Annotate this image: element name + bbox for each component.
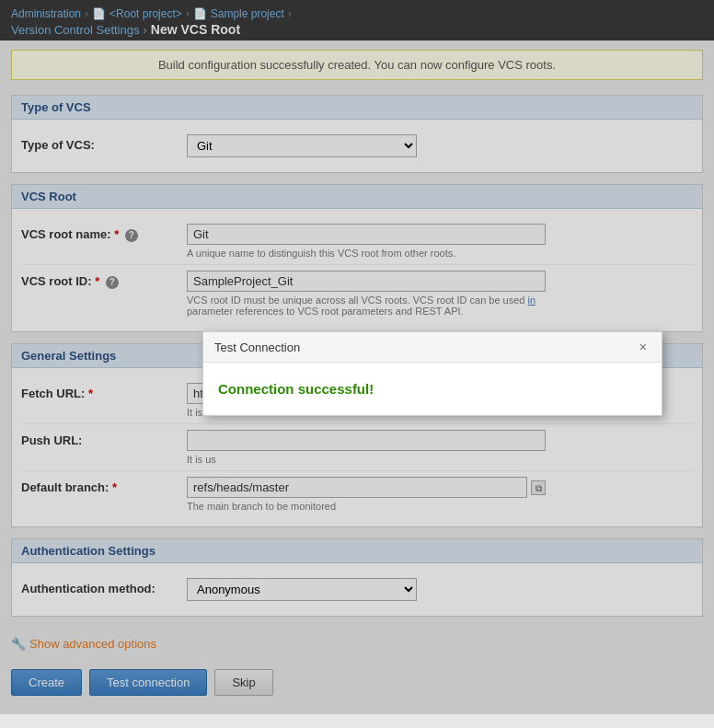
test-connection-modal: Test Connection × Connection successful! xyxy=(202,331,662,416)
modal-close-button[interactable]: × xyxy=(636,340,651,354)
modal-title: Test Connection xyxy=(214,341,300,354)
modal-header: Test Connection × xyxy=(203,332,662,363)
modal-body: Connection successful! xyxy=(203,363,662,415)
connection-success-text: Connection successful! xyxy=(218,381,374,397)
